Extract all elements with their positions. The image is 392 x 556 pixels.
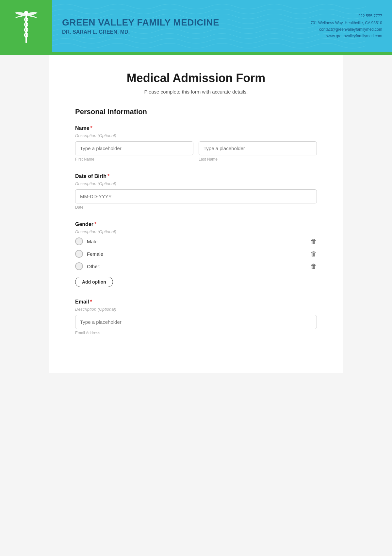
radio-female-label: Female	[87, 251, 103, 257]
last-name-input[interactable]	[199, 141, 317, 155]
clinic-phone: 222 555 7777	[311, 13, 382, 19]
required-star-gender: *	[94, 221, 96, 227]
gender-option-other-row: Other: 🗑	[75, 262, 317, 270]
page-header: GREEN VALLEY FAMILY MEDICINE DR. SARAH L…	[0, 0, 392, 52]
radio-male-circle[interactable]	[75, 237, 83, 245]
clinic-address: 701 Wellness Way, Healthville, CA 93510	[311, 20, 382, 26]
clinic-website: www.greenvalleyfamilymed.com	[311, 33, 382, 39]
form-title: Medical Admission Form	[75, 71, 317, 85]
email-label: Email*	[75, 299, 317, 305]
gender-option-male-row: Male 🗑	[75, 237, 317, 245]
gender-option-other[interactable]: Other:	[75, 262, 101, 270]
first-name-sub-label: First Name	[75, 157, 193, 162]
name-inputs-row: First Name Last Name	[75, 141, 317, 162]
header-title-area: GREEN VALLEY FAMILY MEDICINE DR. SARAH L…	[52, 17, 311, 35]
green-accent-stripe	[0, 52, 392, 55]
dob-input-row: Date	[75, 189, 317, 210]
dob-label: Date of Birth*	[75, 173, 317, 179]
clinic-logo	[0, 0, 52, 52]
radio-other-label: Other:	[87, 264, 101, 269]
radio-other-circle[interactable]	[75, 262, 83, 270]
last-name-sub-label: Last Name	[199, 157, 317, 162]
first-name-input[interactable]	[75, 141, 193, 155]
email-description: Description (Optional)	[75, 307, 317, 312]
header-contact: 222 555 7777 701 Wellness Way, Healthvil…	[311, 13, 392, 40]
svg-point-1	[24, 11, 28, 15]
radio-female-circle[interactable]	[75, 250, 83, 258]
email-input[interactable]	[75, 315, 317, 329]
dob-description: Description (Optional)	[75, 181, 317, 186]
required-star-email: *	[90, 299, 92, 304]
add-option-label: Add option	[82, 279, 106, 285]
form-subtitle: Please complete this form with accurate …	[75, 89, 317, 95]
section-personal-information-title: Personal Information	[75, 108, 317, 116]
name-label: Name*	[75, 125, 317, 131]
gender-option-male[interactable]: Male	[75, 237, 98, 245]
form-container: Medical Admission Form Please complete t…	[49, 55, 343, 373]
email-input-row: Email Address	[75, 315, 317, 335]
name-description: Description (Optional)	[75, 133, 317, 138]
clinic-name: GREEN VALLEY FAMILY MEDICINE	[62, 17, 301, 28]
last-name-wrap: Last Name	[199, 141, 317, 162]
dob-sub-label: Date	[75, 205, 317, 210]
dob-input[interactable]	[75, 189, 317, 203]
required-star: *	[90, 125, 92, 131]
field-gender: Gender* Description (Optional) Male 🗑 Fe…	[75, 221, 317, 287]
gender-option-female-row: Female 🗑	[75, 250, 317, 258]
gender-description: Description (Optional)	[75, 229, 317, 234]
radio-male-label: Male	[87, 239, 98, 244]
add-option-button[interactable]: Add option	[75, 277, 113, 287]
delete-female-icon[interactable]: 🗑	[310, 250, 317, 258]
email-wrap: Email Address	[75, 315, 317, 335]
required-star-dob: *	[107, 173, 109, 179]
email-sub-label: Email Address	[75, 331, 317, 335]
doctor-name: DR. SARAH L. GREEN, MD.	[62, 29, 301, 35]
field-date-of-birth: Date of Birth* Description (Optional) Da…	[75, 173, 317, 210]
first-name-wrap: First Name	[75, 141, 193, 162]
delete-other-icon[interactable]: 🗑	[310, 263, 317, 270]
field-name: Name* Description (Optional) First Name …	[75, 125, 317, 162]
dob-wrap: Date	[75, 189, 317, 210]
gender-label: Gender*	[75, 221, 317, 227]
delete-male-icon[interactable]: 🗑	[310, 238, 317, 245]
field-email: Email* Description (Optional) Email Addr…	[75, 299, 317, 335]
clinic-email: contact@greenvalleyfamilymed.com	[311, 26, 382, 33]
gender-option-female[interactable]: Female	[75, 250, 103, 258]
